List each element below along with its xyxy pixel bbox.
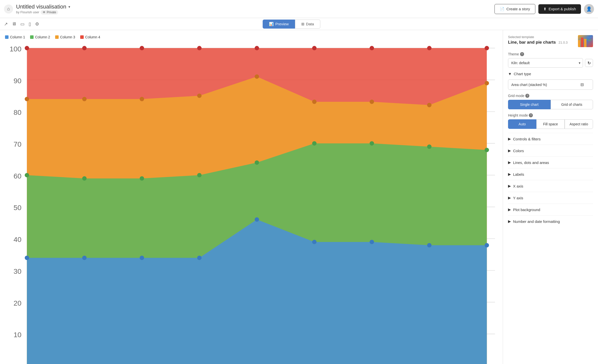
dot-col4-2014 (312, 46, 316, 50)
data-tab[interactable]: ⊞ Data (295, 20, 320, 29)
chart-type-section[interactable]: ▼ Chart type (508, 72, 593, 79)
dot-col2-2013 (255, 160, 259, 165)
mobile-icon[interactable]: ▯ (29, 21, 31, 27)
settings-icon[interactable]: ⚙ (35, 21, 39, 27)
svg-rect-32 (578, 40, 580, 47)
chart-type-label: ▼ Chart type (508, 72, 531, 76)
subtitle: by Flourish user 👁 Private (16, 10, 70, 15)
home-button[interactable]: ⌂ (4, 5, 13, 14)
header: ⌂ Untitled visualisation ▾ by Flourish u… (0, 0, 598, 18)
eye-icon: 👁 (43, 11, 46, 14)
grid-mode-info-icon[interactable]: ? (525, 94, 529, 98)
dot-col1-2010 (82, 256, 86, 260)
template-info: Selected template Line, bar and pie char… (508, 35, 578, 45)
table-icon: ⊞ (301, 22, 305, 26)
legend-dot-col4 (80, 35, 84, 39)
theme-label: Theme ? (508, 52, 593, 56)
colors-section[interactable]: ▶ Colors (508, 145, 593, 156)
desktop-icon[interactable]: 🖥 (12, 21, 16, 27)
chevron-right-icon-controls: ▶ (508, 137, 511, 141)
controls-filters-section[interactable]: ▶ Controls & filters (508, 133, 593, 145)
dot-col1-2015 (370, 240, 374, 244)
chevron-right-icon-colors: ▶ (508, 148, 511, 153)
svg-text:30: 30 (14, 267, 22, 275)
height-mode-auto-button[interactable]: Auto (508, 119, 536, 129)
avatar[interactable]: 👤 (584, 4, 594, 14)
svg-text:40: 40 (14, 235, 22, 243)
chevron-right-icon-yaxis: ▶ (508, 196, 511, 200)
export-publish-button[interactable]: ⬆ Export & publish (538, 4, 581, 14)
grid-mode-grid-button[interactable]: Grid of charts (551, 100, 593, 109)
dot-col1-2009 (25, 256, 29, 260)
dot-col1-2012 (197, 256, 202, 260)
svg-text:80: 80 (14, 108, 22, 116)
chart-container: 0 10 20 30 40 50 60 70 80 90 100 (5, 42, 498, 364)
svg-rect-34 (584, 39, 586, 47)
plot-background-section[interactable]: ▶ Plot background (508, 204, 593, 215)
privacy-badge[interactable]: 👁 Private (41, 10, 58, 15)
chart-legend: Column 1 Column 2 Column 3 Column 4 (5, 35, 498, 39)
theme-select[interactable]: Kiln: default (508, 58, 583, 68)
legend-dot-col2 (30, 35, 34, 39)
dot-col2-2010 (82, 176, 86, 180)
chevron-right-icon-labels: ▶ (508, 172, 511, 176)
dot-col3-2012 (197, 94, 202, 98)
right-panel: Selected template Line, bar and pie char… (503, 30, 598, 364)
svg-text:70: 70 (14, 140, 22, 148)
height-mode-fill-button[interactable]: Fill space (536, 119, 565, 129)
height-mode-aspect-button[interactable]: Aspect ratio (565, 119, 593, 129)
dot-col4-2012 (197, 46, 202, 50)
main: Column 1 Column 2 Column 3 Column 4 0 10… (0, 30, 598, 364)
dot-col3-2009 (25, 97, 29, 101)
tablet-icon[interactable]: ▭ (20, 21, 25, 27)
toolbar-center: 📊 Preview ⊞ Data (263, 20, 320, 29)
chart-type-wrapper: Area chart (stacked %) ⊟ (508, 79, 593, 90)
x-axis-section[interactable]: ▶ X axis (508, 180, 593, 192)
dot-col3-2010 (82, 97, 86, 101)
legend-item-col2: Column 2 (30, 35, 50, 39)
labels-section[interactable]: ▶ Labels (508, 168, 593, 180)
chart-type-value: Area chart (stacked %) (511, 83, 547, 87)
dot-col2-2015 (370, 141, 374, 145)
create-story-button[interactable]: 📄 Create a story (494, 4, 535, 14)
legend-item-col1: Column 1 (5, 35, 25, 39)
template-thumbnail (578, 35, 593, 47)
dot-col3-2016 (427, 103, 431, 107)
expand-icon[interactable]: ↗ (4, 21, 8, 27)
lines-dots-areas-section[interactable]: ▶ Lines, dots and areas (508, 156, 593, 168)
grid-mode-single-button[interactable]: Single chart (508, 100, 551, 109)
expandable-sections: ▶ Controls & filters ▶ Colors ▶ Lines, d… (508, 133, 593, 227)
template-header: Selected template Line, bar and pie char… (508, 35, 593, 47)
preview-label: Preview (275, 22, 288, 26)
dot-col3-2013 (255, 74, 259, 79)
legend-dot-col1 (5, 35, 9, 39)
y-axis-section[interactable]: ▶ Y axis (508, 192, 593, 204)
svg-text:100: 100 (10, 45, 21, 53)
title-dropdown-arrow[interactable]: ▾ (68, 5, 70, 9)
chart-type-select[interactable]: Area chart (stacked %) ⊟ (508, 79, 593, 90)
height-mode-info-icon[interactable]: ? (529, 113, 533, 117)
template-label: Selected template (508, 35, 578, 39)
legend-item-col3: Column 3 (55, 35, 75, 39)
number-date-formatting-section[interactable]: ▶ Number and date formatting (508, 215, 593, 227)
dot-col1-2016 (427, 243, 431, 247)
theme-refresh-button[interactable]: ↻ (585, 59, 593, 67)
dot-col3-2015 (370, 100, 374, 104)
dot-col1-2011 (140, 256, 144, 260)
svg-rect-33 (581, 38, 583, 47)
privacy-label: Private (47, 11, 56, 14)
theme-info-icon[interactable]: ? (520, 52, 524, 56)
create-story-label: Create a story (507, 7, 530, 11)
dot-col2-2012 (197, 173, 202, 177)
chevron-right-icon-numdate: ▶ (508, 219, 511, 224)
svg-text:90: 90 (14, 77, 22, 85)
dot-col2-2016 (427, 144, 431, 149)
preview-tab[interactable]: 📊 Preview (263, 20, 295, 29)
legend-label-col3: Column 3 (60, 35, 75, 39)
svg-text:0: 0 (18, 362, 22, 364)
dot-col3-2014 (312, 100, 316, 104)
header-right: 📄 Create a story ⬆ Export & publish 👤 (494, 4, 594, 14)
dot-col2-2017 (485, 148, 489, 152)
title-area: Untitled visualisation ▾ by Flourish use… (16, 4, 70, 15)
chart-svg: 0 10 20 30 40 50 60 70 80 90 100 (5, 42, 498, 364)
